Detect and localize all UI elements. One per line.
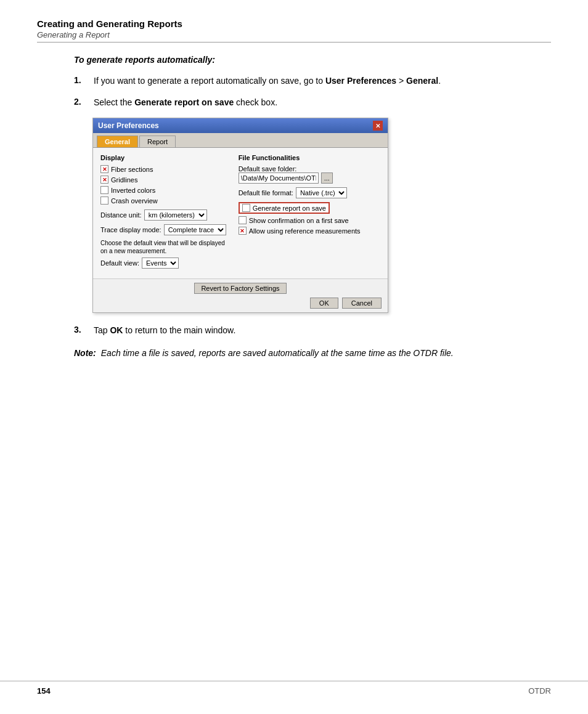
distance-unit-select[interactable]: km (kilometers) <box>144 209 207 221</box>
show-confirmation-checkbox[interactable] <box>239 216 247 224</box>
gridlines-label: Gridlines <box>111 176 137 184</box>
step-2-text: Select the Generate report on save check… <box>94 96 551 109</box>
generate-report-checkbox[interactable] <box>242 204 250 212</box>
checkbox-crash-overview: Crash overview <box>100 197 226 205</box>
step-1-text: If you want to generate a report automat… <box>94 75 551 87</box>
tab-report[interactable]: Report <box>139 136 176 147</box>
save-folder-row: ... <box>239 172 380 184</box>
product-name: OTDR <box>528 686 551 696</box>
checkbox-fiber-checked[interactable]: ✕ <box>100 165 108 173</box>
page-footer: 154 OTDR <box>0 681 588 696</box>
save-folder-input[interactable] <box>239 172 319 184</box>
dialog-left-panel: Display ✕ Fiber sections ✕ Gridlines Inv… <box>100 154 226 272</box>
step-1-number: 1. <box>74 75 86 85</box>
dialog-close-button[interactable]: ✕ <box>373 121 383 131</box>
section-heading: To generate reports automatically: <box>74 55 551 65</box>
subtitle: Generating a Report <box>37 30 551 39</box>
file-format-row: Default file format: Native (.trc) <box>239 187 380 198</box>
dialog-right-panel: File Functionalities Default save folder… <box>239 154 380 272</box>
allow-reference-row: ✕ Allow using reference measurements <box>239 227 380 235</box>
fiber-sections-label: Fiber sections <box>111 166 153 173</box>
file-functionalities-title: File Functionalities <box>239 154 380 161</box>
tab-general[interactable]: General <box>97 136 138 147</box>
generate-report-label: Generate report on save <box>253 205 326 212</box>
distance-unit-label: Distance unit: <box>100 211 142 219</box>
note-section: Note: Each time a file is saved, reports… <box>74 347 551 360</box>
dialog-titlebar: User Preferences ✕ <box>93 118 388 133</box>
note-text: Each time a file is saved, reports are s… <box>101 347 454 360</box>
checkbox-inverted-colors: Inverted colors <box>100 186 226 194</box>
step-2: 2. Select the Generate report on save ch… <box>74 96 551 109</box>
dialog-footer: Revert to Factory Settings OK Cancel <box>93 278 388 312</box>
dialog-action-buttons: OK Cancel <box>99 298 382 309</box>
dialog-title: User Preferences <box>98 121 159 130</box>
file-format-select[interactable]: Native (.trc) <box>296 187 347 198</box>
step-3-number: 3. <box>74 324 86 335</box>
ok-button[interactable]: OK <box>310 298 338 309</box>
default-view-description: Choose the default view that will be dis… <box>100 239 226 255</box>
revert-factory-settings-button[interactable]: Revert to Factory Settings <box>194 283 286 294</box>
distance-unit-row: Distance unit: km (kilometers) <box>100 209 226 221</box>
default-view-label: Default view: <box>100 259 139 267</box>
cancel-button[interactable]: Cancel <box>342 298 382 309</box>
checkbox-gridlines-checked[interactable]: ✕ <box>100 176 108 184</box>
crash-overview-label: Crash overview <box>111 197 158 205</box>
generate-report-row: Generate report on save <box>239 202 330 214</box>
checkbox-crash-unchecked[interactable] <box>100 197 108 205</box>
step-3: 3. Tap OK to return to the main window. <box>74 324 551 337</box>
step-3-text: Tap OK to return to the main window. <box>94 324 551 337</box>
main-title: Creating and Generating Reports <box>37 18 551 29</box>
page-number: 154 <box>37 686 51 696</box>
step-2-number: 2. <box>74 96 86 107</box>
file-format-label: Default file format: <box>239 189 293 197</box>
dialog-tabs: General Report <box>93 133 388 148</box>
dialog-body: Display ✕ Fiber sections ✕ Gridlines Inv… <box>93 148 388 278</box>
trace-display-label: Trace display mode: <box>100 226 161 233</box>
inverted-colors-label: Inverted colors <box>111 187 155 194</box>
checkbox-gridlines: ✕ Gridlines <box>100 176 226 184</box>
save-folder-label: Default save folder: <box>239 165 380 172</box>
step-1: 1. If you want to generate a report auto… <box>74 75 551 87</box>
allow-reference-checkbox[interactable]: ✕ <box>239 227 247 235</box>
page-container: Creating and Generating Reports Generati… <box>0 0 588 384</box>
dialog-screenshot: User Preferences ✕ General Report Displa… <box>92 118 388 313</box>
display-section-title: Display <box>100 154 226 161</box>
content-area: To generate reports automatically: 1. If… <box>37 55 551 360</box>
checkbox-inverted-unchecked[interactable] <box>100 186 108 194</box>
allow-reference-label: Allow using reference measurements <box>249 227 361 235</box>
default-view-row: Default view: Events <box>100 258 226 269</box>
checkbox-fiber-sections: ✕ Fiber sections <box>100 165 226 173</box>
header-divider <box>37 42 551 43</box>
trace-display-select[interactable]: Complete trace <box>164 224 226 235</box>
show-confirmation-label: Show confirmation on a first save <box>249 217 349 224</box>
header-section: Creating and Generating Reports Generati… <box>37 18 551 43</box>
browse-button[interactable]: ... <box>321 172 333 184</box>
default-view-select[interactable]: Events <box>142 258 179 269</box>
show-confirmation-row: Show confirmation on a first save <box>239 216 380 224</box>
note-label: Note: <box>74 347 96 360</box>
trace-display-mode-row: Trace display mode: Complete trace <box>100 224 226 235</box>
